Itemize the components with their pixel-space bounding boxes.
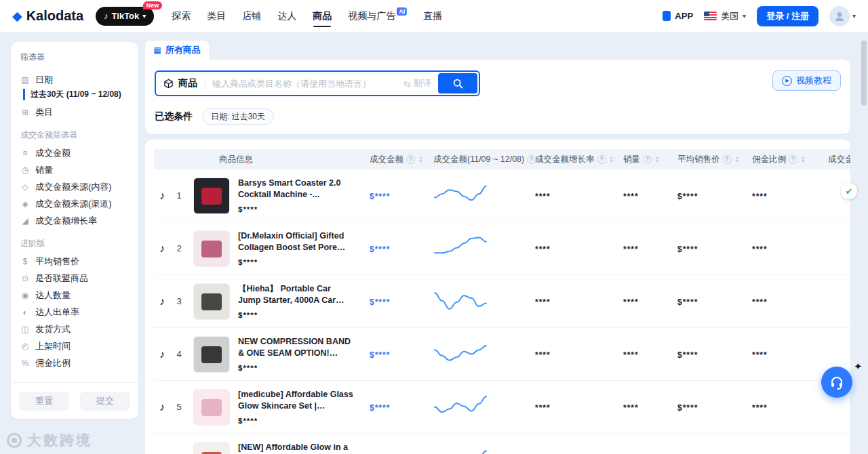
table-row[interactable]: ♪ 3 【Hieha】 Portable Car Jump Starter, 4… [154, 275, 850, 328]
header-revenue-growth[interactable]: 成交金额增长率 ? ▲▼ [524, 154, 604, 165]
nav-item-product[interactable]: 商品 [313, 0, 332, 32]
nav-item-creator[interactable]: 达人 [277, 0, 296, 32]
header-sales[interactable]: 销量 ? ▲▼ [604, 154, 656, 165]
sales-value: **** [623, 403, 639, 413]
tab-all-products[interactable]: ▦ 所有商品 [145, 41, 209, 60]
sidebar-item-avg-price[interactable]: $ 平均销售价 [20, 253, 129, 270]
price-icon: $ [20, 257, 30, 266]
product-title[interactable]: Barsys Smart Coaster 2.0 Cocktail Machin… [238, 178, 355, 201]
product-image[interactable] [193, 442, 230, 454]
watermark-text: 大数跨境 [27, 431, 92, 450]
login-register-button[interactable]: 登录 / 注册 [757, 6, 818, 26]
topbar: ◆ Kalodata ♪ TikTok ▾ New 探索 类目 店铺 达人 商品… [0, 0, 868, 33]
sidebar-item-listed-time[interactable]: ◴ 上架时间 [20, 337, 129, 354]
header-sales-label: 销量 [623, 154, 640, 165]
truck-icon: ◫ [20, 325, 30, 334]
nav-item-live[interactable]: 直播 [423, 0, 442, 32]
app-entry[interactable]: APP [663, 11, 693, 21]
page-scrollbar[interactable] [861, 41, 867, 106]
chevron-down-icon: ▾ [142, 12, 146, 20]
product-image[interactable] [193, 283, 230, 320]
header-revenue-trend[interactable]: 成交金额(11/09 ~ 12/08) ? ▲▼ [422, 154, 524, 165]
translate-toggle[interactable]: ⇆ 翻译 [403, 77, 438, 89]
translate-icon: ⇆ [403, 79, 411, 89]
info-icon[interactable]: ? [406, 155, 415, 164]
sidebar-item-revenue-source-channel-label: 成交金额来源(渠道) [35, 198, 112, 210]
sidebar-item-shipping-label: 发货方式 [35, 323, 71, 335]
product-title[interactable]: [NEW] Affordable Glow in a WEEK Set | In… [238, 442, 355, 454]
nav-item-category[interactable]: 类目 [207, 0, 226, 32]
info-icon[interactable]: ? [643, 155, 652, 164]
avg-price-value: $**** [677, 403, 698, 413]
product-image[interactable] [193, 336, 230, 373]
search-field-label: 商品 [156, 77, 205, 89]
selected-filters-label: 已选条件 [155, 110, 193, 123]
product-price: $**** [238, 205, 355, 213]
app-label: APP [675, 11, 693, 21]
sidebar-item-revenue[interactable]: ¤ 成交金额 [20, 144, 129, 161]
sales-value: **** [623, 245, 639, 254]
product-title[interactable]: [Dr.Melaxin Official] Gifted Collagen Bo… [238, 230, 355, 253]
product-title[interactable]: [medicube] Affordable Glass Glow Skincar… [238, 389, 355, 412]
product-price: $**** [238, 311, 355, 319]
account-menu[interactable]: ▾ [829, 6, 856, 26]
date-selected-value[interactable]: 过去30天 (11/09 ~ 12/08) [23, 89, 129, 100]
filter-group-title-advanced: 进阶版 [20, 238, 129, 249]
nav-item-shop[interactable]: 店铺 [242, 0, 261, 32]
us-flag-icon [704, 12, 717, 20]
sidebar-item-category[interactable]: ⊞ 类目 [20, 104, 129, 121]
table-row[interactable]: ♪ 2 [Dr.Melaxin Official] Gifted Collage… [154, 222, 850, 275]
sidebar-item-creator-count[interactable]: ◉ 达人数量 [20, 287, 129, 304]
chat-support-button[interactable] [821, 367, 852, 398]
video-tutorial-button[interactable]: ▶ 视频教程 [772, 70, 841, 91]
commission-value: **** [752, 245, 768, 254]
table-row[interactable]: ♪ 6 [NEW] Affordable Glow in a WEEK Set … [154, 434, 850, 454]
growth-value: **** [535, 350, 551, 360]
product-image[interactable] [193, 389, 230, 426]
sidebar-item-sales[interactable]: ◷ 销量 [20, 161, 129, 178]
growth-value: **** [535, 245, 551, 254]
main-content: ▦ 所有商品 商品 ⇆ 翻译 [145, 41, 850, 454]
filter-tag-date[interactable]: 日期: 过去30天 [202, 108, 274, 125]
sidebar-item-date[interactable]: ▤ 日期 [20, 71, 129, 88]
sidebar-item-revenue-growth[interactable]: ◢ 成交金额增长率 [20, 212, 129, 229]
table-row[interactable]: ♪ 5 [medicube] Affordable Glass Glow Ski… [154, 381, 850, 434]
side-widget-icon[interactable]: ✔ [841, 183, 857, 199]
header-revenue[interactable]: 成交金额 ? ▲▼ [357, 154, 422, 165]
revenue-value: $**** [370, 245, 390, 254]
topbar-right: APP 美国 ▾ 登录 / 注册 ▾ [663, 6, 856, 26]
main-nav: 探索 类目 店铺 达人 商品 视频与广告 AI 直播 [172, 0, 442, 32]
header-commission[interactable]: 佣金比例 ? ▲▼ [729, 154, 797, 165]
tiktok-note-icon: ♪ [159, 190, 173, 202]
growth-value: **** [535, 297, 551, 307]
product-price: $**** [238, 417, 355, 425]
sidebar-item-shipping[interactable]: ◫ 发货方式 [20, 321, 129, 337]
sidebar-item-revenue-source-channel[interactable]: ◈ 成交金额来源(渠道) [20, 195, 129, 212]
product-title[interactable]: NEW COMPRESSION BAND & ONE SEAM OPTION! … [238, 336, 355, 359]
money-icon: ¤ [20, 148, 30, 158]
sidebar-item-commission[interactable]: % 佣金比例 [20, 354, 129, 371]
submit-button[interactable]: 提交 [80, 392, 130, 411]
platform-selector[interactable]: ♪ TikTok ▾ New [96, 7, 154, 26]
sidebar-item-creator-rate[interactable]: ◐ 达人出单率 [20, 304, 129, 321]
table-row[interactable]: ♪ 1 Barsys Smart Coaster 2.0 Cocktail Ma… [154, 169, 850, 222]
product-title[interactable]: 【Hieha】 Portable Car Jump Starter, 4000A… [238, 283, 355, 306]
product-image-accent [201, 188, 221, 205]
region-selector[interactable]: 美国 ▾ [704, 10, 746, 22]
sidebar-item-creator-rate-label: 达人出单率 [35, 306, 79, 318]
revenue-value: $**** [370, 297, 390, 307]
kalodata-logo[interactable]: ◆ Kalodata [12, 8, 83, 24]
header-avg-price[interactable]: 平均销售价 ? ▲▼ [656, 154, 729, 165]
nav-item-video-ads[interactable]: 视频与广告 AI [348, 0, 407, 32]
table-row[interactable]: ♪ 4 NEW COMPRESSION BAND & ONE SEAM OPTI… [154, 328, 850, 381]
search-input[interactable] [205, 79, 403, 89]
sidebar-item-revenue-source-content[interactable]: ◇ 成交金额来源(内容) [20, 178, 129, 195]
reset-button[interactable]: 重置 [19, 392, 69, 411]
sidebar-item-affiliate[interactable]: ⊙ 是否联盟商品 [20, 270, 129, 287]
filter-sidebar-title: 筛选器 [20, 51, 129, 63]
nav-item-explore[interactable]: 探索 [172, 0, 191, 32]
product-image[interactable] [193, 230, 230, 267]
grid-icon: ⊞ [20, 108, 30, 117]
search-button[interactable] [438, 73, 477, 94]
product-image[interactable] [193, 178, 230, 214]
